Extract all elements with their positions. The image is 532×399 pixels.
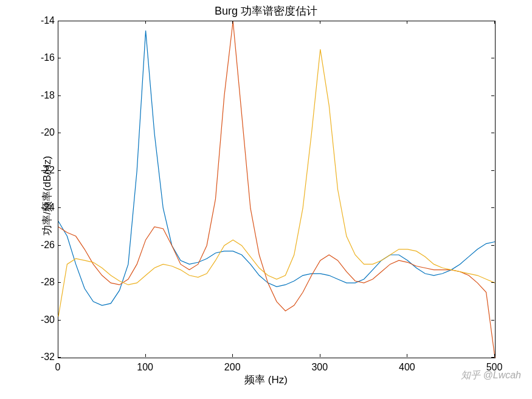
x-axis-label: 频率 (Hz) <box>0 373 532 387</box>
plot-area <box>58 21 496 358</box>
y-tick-label: -26 <box>24 240 55 250</box>
y-tick-label: -18 <box>24 91 55 100</box>
line-plot-svg <box>58 21 495 358</box>
y-tick-label: -32 <box>24 352 55 362</box>
y-tick-label: -20 <box>24 128 55 137</box>
y-tick-label: -22 <box>24 165 55 175</box>
y-tick-label: -14 <box>24 16 55 26</box>
series-1-blue <box>58 30 495 305</box>
y-tick-label: -28 <box>24 277 55 287</box>
watermark-text: 知乎 @Lwcah <box>461 369 521 382</box>
y-tick-label: -30 <box>24 315 55 325</box>
x-tick-label: 300 <box>311 362 328 373</box>
x-tick-label: 100 <box>137 362 153 373</box>
chart-container: Burg 功率谱密度估计 功率/频率(dB/Hz) 频率 (Hz) -32-30… <box>0 0 532 399</box>
y-tick-label: -16 <box>24 53 55 63</box>
x-tick-label: 200 <box>224 362 241 373</box>
chart-title: Burg 功率谱密度估计 <box>0 4 532 18</box>
series-2-orange <box>58 21 495 358</box>
y-tick-label: -24 <box>24 203 55 212</box>
x-tick-label: 400 <box>399 362 415 373</box>
x-tick-label: 0 <box>55 362 61 373</box>
